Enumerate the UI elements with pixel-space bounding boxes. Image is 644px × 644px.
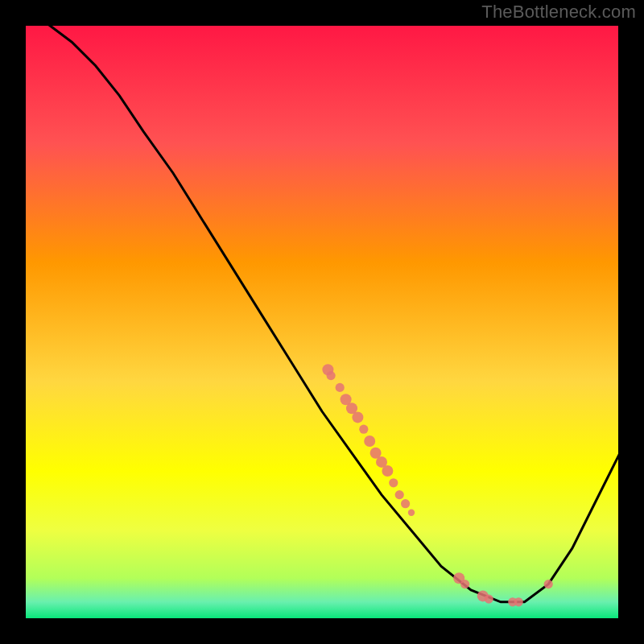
plot-background	[24, 24, 620, 620]
data-point	[460, 580, 469, 588]
data-point	[401, 499, 410, 508]
data-point	[514, 597, 523, 606]
bottleneck-chart	[0, 0, 644, 644]
watermark-text: TheBottleneck.com	[481, 2, 636, 23]
data-point	[352, 411, 363, 423]
data-point	[395, 490, 404, 499]
data-point	[389, 478, 398, 487]
chart-container: TheBottleneck.com	[0, 0, 644, 644]
data-point	[544, 580, 553, 588]
data-point	[327, 371, 336, 380]
data-point	[336, 383, 345, 392]
data-point	[408, 510, 415, 516]
data-point	[359, 425, 368, 434]
data-point	[485, 595, 493, 604]
data-point	[364, 436, 375, 447]
data-point	[382, 465, 393, 477]
